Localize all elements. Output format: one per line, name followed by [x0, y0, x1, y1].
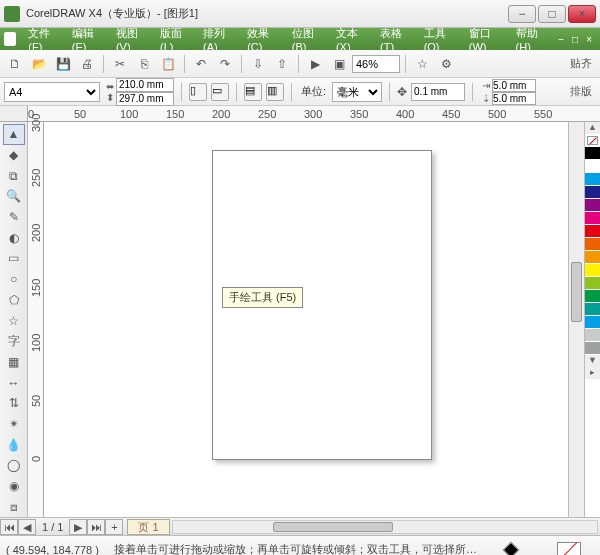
palette-down-button[interactable]: ▼	[585, 355, 600, 367]
menu-tools[interactable]: 工具(O)	[418, 26, 463, 53]
text-tool[interactable]: 字	[3, 331, 25, 352]
ruler-origin[interactable]	[0, 106, 28, 122]
print-button[interactable]: 🖨	[76, 53, 98, 75]
close-button[interactable]: ×	[568, 5, 596, 23]
table-tool[interactable]: ▦	[3, 352, 25, 373]
snap-label[interactable]: 贴齐	[566, 56, 596, 71]
menu-text[interactable]: 文本(X)	[330, 26, 374, 53]
add-page-button[interactable]: +	[105, 519, 123, 535]
copy-button[interactable]: ⎘	[133, 53, 155, 75]
menu-file[interactable]: 文件(F)	[22, 26, 66, 53]
color-swatch[interactable]	[585, 329, 600, 342]
landscape-button[interactable]: ▭	[211, 83, 229, 101]
mdi-close-button[interactable]: ×	[582, 34, 596, 45]
last-page-button[interactable]: ⏭	[87, 519, 105, 535]
menu-effects[interactable]: 效果(C)	[241, 26, 286, 53]
snap-button[interactable]: ☆	[411, 53, 433, 75]
mdi-restore-button[interactable]: □	[568, 34, 582, 45]
horizontal-scrollbar[interactable]	[172, 520, 598, 534]
prev-page-button[interactable]: ◀	[18, 519, 36, 535]
swatch-none[interactable]	[585, 134, 600, 147]
ruler-horizontal[interactable]: 050100150200250300350400450500550	[0, 106, 600, 122]
duplicate-x-input[interactable]	[492, 79, 536, 92]
page-tab[interactable]: 页 1	[127, 519, 169, 535]
allpages-button[interactable]: ▤	[244, 83, 262, 101]
color-swatch[interactable]	[585, 160, 600, 173]
currentpage-button[interactable]: ▥	[266, 83, 284, 101]
color-swatch[interactable]	[585, 290, 600, 303]
color-swatch[interactable]	[585, 186, 600, 199]
shape-tool[interactable]: ◆	[3, 145, 25, 166]
unit-combo[interactable]: 毫米	[332, 82, 382, 102]
menu-window[interactable]: 窗口(W)	[463, 26, 510, 53]
new-button[interactable]: 🗋	[4, 53, 26, 75]
next-page-button[interactable]: ▶	[69, 519, 87, 535]
menu-layout[interactable]: 版面(L)	[154, 26, 197, 53]
color-swatch[interactable]	[585, 147, 600, 160]
portrait-button[interactable]: ▯	[189, 83, 207, 101]
menu-arrange[interactable]: 排列(A)	[197, 26, 241, 53]
zoom-tool[interactable]: 🔍	[3, 186, 25, 207]
menu-edit[interactable]: 编辑(E)	[66, 26, 110, 53]
export-button[interactable]: ⇧	[271, 53, 293, 75]
save-button[interactable]: 💾	[52, 53, 74, 75]
crop-tool[interactable]: ⧉	[3, 165, 25, 186]
fill-preview[interactable]	[544, 543, 594, 556]
paper-size-combo[interactable]: A4	[4, 82, 100, 102]
launcher-button[interactable]: ▶	[304, 53, 326, 75]
welcome-button[interactable]: ▣	[328, 53, 350, 75]
outline-preview[interactable]	[486, 545, 536, 555]
rectangle-tool[interactable]: ▭	[3, 248, 25, 269]
ellipse-tool[interactable]: ○	[3, 269, 25, 290]
color-swatch[interactable]	[585, 316, 600, 329]
maximize-button[interactable]: □	[538, 5, 566, 23]
options-button[interactable]: ⚙	[435, 53, 457, 75]
open-button[interactable]: 📂	[28, 53, 50, 75]
color-swatch[interactable]	[585, 199, 600, 212]
effects-tool[interactable]: ✴	[3, 414, 25, 435]
minimize-button[interactable]: −	[508, 5, 536, 23]
menu-help[interactable]: 帮助(H)	[510, 26, 555, 53]
menu-table[interactable]: 表格(T)	[374, 26, 418, 53]
menu-bitmaps[interactable]: 位图(B)	[286, 26, 330, 53]
ruler-vertical[interactable]: 300250200150100500	[28, 122, 44, 517]
smartfill-tool[interactable]: ◐	[3, 227, 25, 248]
first-page-button[interactable]: ⏮	[0, 519, 18, 535]
color-swatch[interactable]	[585, 342, 600, 355]
cut-button[interactable]: ✂	[109, 53, 131, 75]
interactivefill-tool[interactable]: ⧈	[3, 496, 25, 517]
scrollbar-thumb[interactable]	[571, 262, 582, 322]
paste-button[interactable]: 📋	[157, 53, 179, 75]
page-width-input[interactable]	[116, 78, 174, 92]
vertical-scrollbar[interactable]	[568, 122, 584, 517]
scrollbar-thumb[interactable]	[273, 522, 393, 532]
mdi-minimize-button[interactable]: −	[554, 34, 568, 45]
layout-label[interactable]: 排版	[566, 84, 596, 99]
basicshapes-tool[interactable]: ☆	[3, 310, 25, 331]
connector-tool[interactable]: ⇅	[3, 393, 25, 414]
menu-view[interactable]: 视图(V)	[110, 26, 154, 53]
dimension-tool[interactable]: ↔	[3, 372, 25, 393]
palette-up-button[interactable]: ▲	[585, 122, 600, 134]
polygon-tool[interactable]: ⬠	[3, 290, 25, 311]
duplicate-y-input[interactable]	[492, 92, 536, 105]
color-swatch[interactable]	[585, 225, 600, 238]
outline-tool[interactable]: ◯	[3, 455, 25, 476]
color-swatch[interactable]	[585, 303, 600, 316]
color-swatch[interactable]	[585, 277, 600, 290]
drawing-canvas[interactable]: 手绘工具 (F5)	[44, 122, 568, 517]
eyedropper-tool[interactable]: 💧	[3, 434, 25, 455]
color-swatch[interactable]	[585, 251, 600, 264]
color-swatch[interactable]	[585, 264, 600, 277]
import-button[interactable]: ⇩	[247, 53, 269, 75]
color-swatch[interactable]	[585, 173, 600, 186]
pick-tool[interactable]: ▲	[3, 124, 25, 145]
redo-button[interactable]: ↷	[214, 53, 236, 75]
nudge-input[interactable]	[411, 83, 465, 101]
undo-button[interactable]: ↶	[190, 53, 212, 75]
freehand-tool[interactable]: ✎	[3, 207, 25, 228]
color-swatch[interactable]	[585, 238, 600, 251]
zoom-combo[interactable]	[352, 55, 400, 73]
page-height-input[interactable]	[116, 92, 174, 106]
fill-tool[interactable]: ◉	[3, 476, 25, 497]
